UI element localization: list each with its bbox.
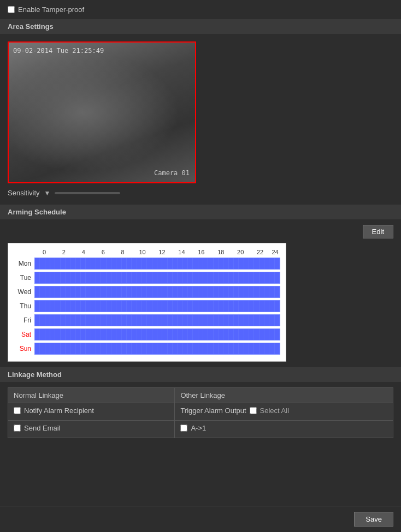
- checkbox-row: Trigger Alarm OutputSelect All: [180, 407, 387, 415]
- schedule-rows: MonTueWedThuFriSatSun: [14, 256, 280, 356]
- day-label: Mon: [14, 260, 34, 267]
- schedule-day-row: Mon: [14, 256, 280, 271]
- other-linkage-cell: A->1: [175, 421, 393, 438]
- hour-label: 0: [34, 249, 54, 255]
- day-label: Wed: [14, 288, 34, 296]
- other-linkage-item-label: A->1: [191, 424, 206, 432]
- normal-linkage-checkbox[interactable]: [14, 425, 21, 432]
- normal-linkage-checkbox[interactable]: [14, 407, 21, 414]
- table-row: Send EmailA->1: [8, 421, 393, 438]
- day-bar[interactable]: [34, 328, 280, 340]
- day-bar-inner: [35, 286, 280, 297]
- day-bar-inner: [35, 258, 280, 269]
- day-bar-inner: [35, 329, 280, 340]
- day-bar[interactable]: [34, 272, 280, 284]
- tamper-proof-label: Enable Tamper-proof: [18, 5, 84, 14]
- normal-linkage-item-label: Notify Alarm Recipient: [24, 407, 94, 415]
- day-bar-inner: [35, 301, 280, 312]
- edit-button[interactable]: Edit: [363, 225, 393, 238]
- schedule-day-row: Sun: [14, 342, 280, 356]
- linkage-method-content: Normal Linkage Other Linkage Notify Alar…: [0, 382, 401, 444]
- table-row: Notify Alarm RecipientTrigger Alarm Outp…: [8, 403, 393, 421]
- hour-label: 22: [250, 249, 270, 255]
- day-bar[interactable]: [34, 314, 280, 326]
- day-bar[interactable]: [34, 343, 280, 355]
- linkage-table: Normal Linkage Other Linkage Notify Alar…: [8, 387, 393, 438]
- camera-scene: [9, 43, 195, 182]
- camera-label: Camera 01: [154, 169, 190, 177]
- tamper-proof-checkbox[interactable]: [8, 6, 15, 13]
- day-label: Thu: [14, 302, 34, 310]
- linkage-method-header: Linkage Method: [0, 367, 401, 382]
- schedule-day-row: Tue: [14, 271, 280, 285]
- select-all-link[interactable]: Select All: [260, 407, 289, 415]
- hour-label: 12: [152, 249, 172, 255]
- hours-row: 024681012141618202224: [34, 249, 280, 255]
- checkbox-row: A->1: [180, 424, 387, 432]
- checkbox-row: Send Email: [14, 424, 169, 432]
- day-label: Tue: [14, 274, 34, 282]
- normal-linkage-cell: Send Email: [8, 421, 175, 438]
- day-label: Sun: [14, 345, 34, 352]
- trigger-alarm-checkbox[interactable]: [250, 407, 257, 414]
- sensitivity-icon: ▼: [44, 189, 51, 197]
- hour-label: 16: [191, 249, 211, 255]
- trigger-alarm-label: Trigger Alarm Output: [180, 407, 246, 415]
- day-label: Fri: [14, 316, 34, 324]
- hour-label: 14: [172, 249, 191, 255]
- hour-label: 8: [113, 249, 133, 255]
- schedule-day-row: Sat: [14, 327, 280, 342]
- hour-label: 2: [54, 249, 74, 255]
- day-bar[interactable]: [34, 258, 280, 270]
- day-bar[interactable]: [34, 286, 280, 298]
- day-bar-inner: [35, 272, 280, 283]
- sensitivity-row: Sensitivity ▼: [8, 189, 393, 197]
- arming-schedule-header: Arming Schedule: [0, 205, 401, 219]
- hour-label: 24: [270, 249, 280, 255]
- sensitivity-slider[interactable]: [55, 192, 120, 194]
- area-settings-header: Area Settings: [0, 19, 401, 34]
- day-bar-inner: [35, 343, 280, 354]
- edit-button-row: Edit: [8, 225, 393, 238]
- hour-label: 4: [74, 249, 93, 255]
- schedule-day-row: Thu: [14, 299, 280, 313]
- arming-schedule-content: Edit 024681012141618202224 MonTueWedThuF…: [0, 219, 401, 367]
- other-linkage-checkbox[interactable]: [180, 425, 187, 432]
- schedule-day-row: Fri: [14, 313, 280, 327]
- normal-linkage-header: Normal Linkage: [8, 388, 175, 403]
- save-button[interactable]: Save: [354, 512, 393, 527]
- hour-label: 20: [231, 249, 250, 255]
- bottom-row: Save: [0, 506, 401, 532]
- other-linkage-cell: Trigger Alarm OutputSelect All: [175, 403, 393, 421]
- schedule-day-row: Wed: [14, 285, 280, 299]
- day-bar-inner: [35, 315, 280, 326]
- schedule-grid-container: 024681012141618202224 MonTueWedThuFriSat…: [8, 243, 286, 362]
- day-label: Sat: [14, 331, 34, 338]
- hour-label: 18: [211, 249, 231, 255]
- schedule-grid: 024681012141618202224 MonTueWedThuFriSat…: [14, 249, 280, 356]
- checkbox-row: Notify Alarm Recipient: [14, 407, 169, 415]
- sensitivity-label: Sensitivity: [8, 189, 40, 197]
- other-linkage-header: Other Linkage: [175, 388, 393, 403]
- hour-label: 10: [133, 249, 152, 255]
- tamper-proof-row: Enable Tamper-proof: [0, 0, 401, 19]
- normal-linkage-cell: Notify Alarm Recipient: [8, 403, 175, 421]
- area-settings-content: 09-02-2014 Tue 21:25:49 Camera 01 Sensit…: [0, 34, 401, 205]
- day-bar[interactable]: [34, 300, 280, 312]
- camera-timestamp: 09-02-2014 Tue 21:25:49: [13, 47, 104, 55]
- hour-label: 6: [93, 249, 113, 255]
- normal-linkage-item-label: Send Email: [24, 424, 60, 432]
- camera-feed: 09-02-2014 Tue 21:25:49 Camera 01: [8, 41, 196, 183]
